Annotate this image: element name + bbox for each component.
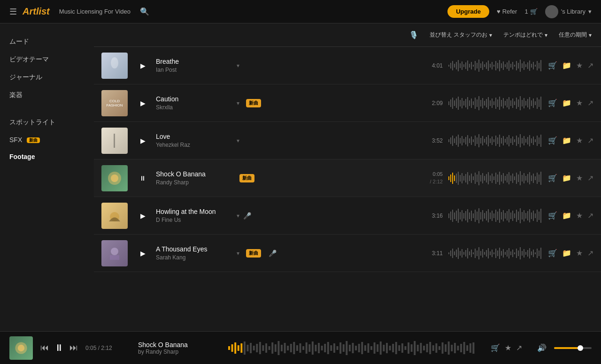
volume-slider[interactable] [554,347,592,349]
volume-icon[interactable]: 🔊 [537,343,547,352]
volume-knob[interactable] [578,345,583,351]
prev-track-button[interactable]: ⏮ [40,343,49,353]
player-pause-button[interactable]: ⏸ [54,342,64,353]
hamburger-icon[interactable]: ☰ [9,7,17,17]
star-icon[interactable]: ★ [576,61,583,70]
cart-icon[interactable]: 🛒 [548,136,557,145]
star-icon[interactable]: ★ [576,99,583,107]
sidebar-item-footage[interactable]: Footage [0,148,94,165]
sidebar-item-video-theme[interactable]: ビデオテーマ [0,51,94,68]
svg-rect-250 [533,211,534,221]
table-row[interactable]: ⏸ Shock O Banana Randy Sharp 新曲 0:05 / 2… [94,159,601,197]
sidebar-item-sfx[interactable]: SFX 新曲 [0,131,94,148]
mic-off-icon[interactable]: 🎙️ [409,30,418,39]
svg-rect-360 [386,343,388,353]
sidebar-item-mood[interactable]: ムード [0,33,94,51]
chevron-down-icon: ▾ [588,8,592,15]
table-row[interactable]: COLDFASHION ▶ Caution Skrxlla ▾ 新曲 2:09 [94,84,601,122]
expand-icon[interactable]: ▾ [237,62,239,69]
svg-rect-213 [463,213,464,219]
player-star-icon[interactable]: ★ [505,343,511,352]
play-button[interactable]: ▶ [135,246,150,261]
folder-icon[interactable]: 📁 [562,61,571,70]
track-actions: 🛒 📁 ★ ↗ [548,174,593,182]
star-icon[interactable]: ★ [576,136,583,145]
player-share-icon[interactable]: ↗ [516,343,522,352]
cart-icon[interactable]: 🛒 [548,99,557,107]
expand-icon[interactable]: ▾ [237,137,239,144]
svg-rect-180 [497,174,498,182]
share-icon[interactable]: ↗ [587,61,593,70]
svg-rect-57 [460,100,461,106]
pause-button[interactable]: ⏸ [135,171,150,186]
share-icon[interactable]: ↗ [587,99,593,107]
svg-rect-223 [482,210,483,221]
cart-area[interactable]: 1 🛒 [524,8,537,15]
share-icon[interactable]: ↗ [587,174,593,182]
folder-icon[interactable]: 📁 [562,211,571,220]
cart-icon[interactable]: 🛒 [548,211,557,220]
svg-rect-206 [450,212,451,220]
search-icon[interactable]: 🔍 [140,7,149,16]
player-controls: ⏮ ⏸ ⏭ [40,342,78,353]
star-icon[interactable]: ★ [576,249,583,258]
play-button[interactable]: ▶ [135,58,150,73]
user-area[interactable]: 's Library ▾ [545,5,592,18]
tempo-filter[interactable]: テンポはどれで ▾ [503,31,547,39]
svg-rect-366 [404,346,406,350]
player-cart-icon[interactable]: 🛒 [491,343,500,352]
svg-rect-258 [450,250,451,256]
svg-rect-335 [308,344,310,352]
star-icon[interactable]: ★ [576,174,583,182]
svg-rect-85 [512,99,513,108]
sidebar-item-journal[interactable]: ジャーナル [0,68,94,86]
svg-rect-381 [451,345,453,351]
folder-icon[interactable]: 📁 [562,249,571,258]
play-button[interactable]: ▶ [135,133,150,148]
expand-icon[interactable]: ▾ [237,250,239,257]
share-icon[interactable]: ↗ [587,249,593,258]
expand-icon[interactable]: ▾ [237,212,239,219]
svg-rect-252 [537,210,538,222]
duration-filter[interactable]: 任意の期間 ▾ [559,31,592,39]
folder-icon[interactable]: 📁 [562,99,571,107]
svg-rect-212 [462,210,462,221]
svg-rect-249 [531,212,532,219]
svg-rect-90 [522,100,523,106]
svg-rect-236 [507,211,508,220]
play-button[interactable]: ▶ [135,96,150,111]
folder-icon[interactable]: 📁 [562,136,571,145]
svg-rect-121 [484,139,485,143]
cart-icon[interactable]: 🛒 [548,61,557,70]
svg-rect-105 [454,138,455,143]
svg-rect-327 [284,343,286,353]
table-row[interactable]: ▶ Love Yehezkel Raz ▾ 3:52 [94,122,601,159]
table-row[interactable]: ▶ Howling at the Moon D Fine Us ▾ 🎤 3:16 [94,197,601,235]
svg-rect-310 [231,344,233,352]
svg-rect-20 [484,64,485,67]
svg-rect-363 [395,342,397,354]
logo[interactable]: Artlist [23,6,50,17]
table-row[interactable]: ▶ Breathe Ian Post ▾ 4:01 [94,47,601,84]
sort-filter[interactable]: 並び替え スタッフのお ▾ [430,31,492,39]
cart-icon[interactable]: 🛒 [548,174,557,182]
cart-icon[interactable]: 🛒 [548,249,557,258]
svg-rect-190 [516,173,517,184]
svg-rect-340 [324,344,326,352]
upgrade-button[interactable]: Upgrade [447,5,489,18]
svg-rect-165 [469,175,470,181]
sidebar-item-instruments[interactable]: 楽器 [0,86,94,104]
share-icon[interactable]: ↗ [587,136,593,145]
svg-rect-354 [367,343,369,353]
refer-button[interactable]: ♥ Refer [497,8,517,15]
table-row[interactable]: ▶ A Thousand Eyes Sarah Kang ▾ 新曲 🎤 3:11 [94,235,601,272]
next-track-button[interactable]: ⏭ [69,343,78,353]
star-icon[interactable]: ★ [576,211,583,220]
play-button[interactable]: ▶ [135,208,150,223]
sidebar-item-spotlight[interactable]: スポットライト [0,114,94,131]
expand-icon[interactable]: ▾ [237,100,239,106]
folder-icon[interactable]: 📁 [562,174,571,182]
player-waveform[interactable] [228,339,476,357]
track-artist: Ian Post [156,67,231,73]
share-icon[interactable]: ↗ [587,211,593,220]
